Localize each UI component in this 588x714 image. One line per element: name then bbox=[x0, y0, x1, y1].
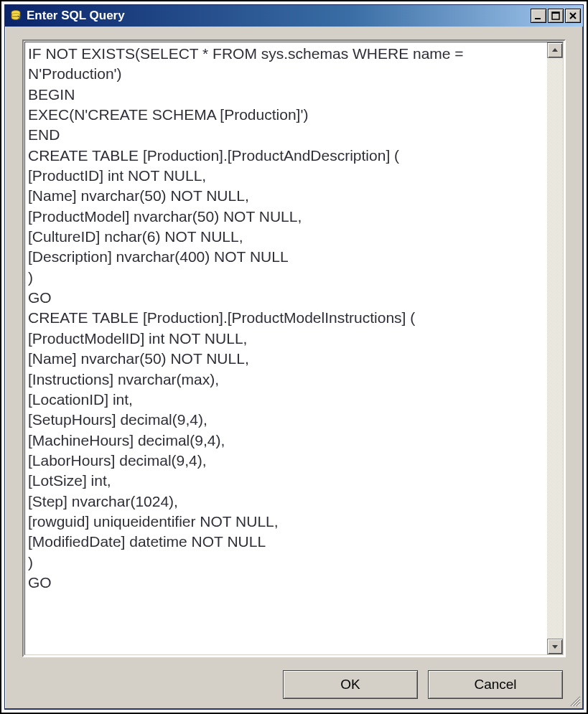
window-title: Enter SQL Query bbox=[27, 9, 531, 23]
close-button[interactable] bbox=[565, 9, 581, 23]
database-icon bbox=[9, 9, 22, 22]
minimize-button[interactable] bbox=[531, 9, 546, 23]
scroll-track[interactable] bbox=[547, 58, 563, 639]
cancel-button-label: Cancel bbox=[474, 677, 516, 692]
sql-editor-frame bbox=[22, 39, 566, 657]
scroll-up-button[interactable] bbox=[547, 42, 563, 58]
client-area: OK Cancel bbox=[5, 27, 583, 709]
cancel-button[interactable]: Cancel bbox=[428, 670, 563, 699]
scroll-down-button[interactable] bbox=[547, 639, 563, 654]
ok-button[interactable]: OK bbox=[283, 670, 418, 699]
svg-rect-3 bbox=[535, 18, 541, 19]
titlebar[interactable]: Enter SQL Query bbox=[5, 5, 583, 27]
vertical-scrollbar[interactable] bbox=[547, 42, 563, 654]
sql-query-textarea[interactable] bbox=[25, 42, 547, 654]
window-controls bbox=[531, 9, 581, 23]
dialog-window: Enter SQL Query bbox=[4, 4, 584, 710]
ok-button-label: OK bbox=[340, 677, 360, 692]
svg-rect-5 bbox=[552, 12, 559, 14]
resize-grip[interactable] bbox=[568, 694, 581, 707]
maximize-button[interactable] bbox=[548, 9, 564, 23]
dialog-button-row: OK Cancel bbox=[22, 657, 566, 699]
